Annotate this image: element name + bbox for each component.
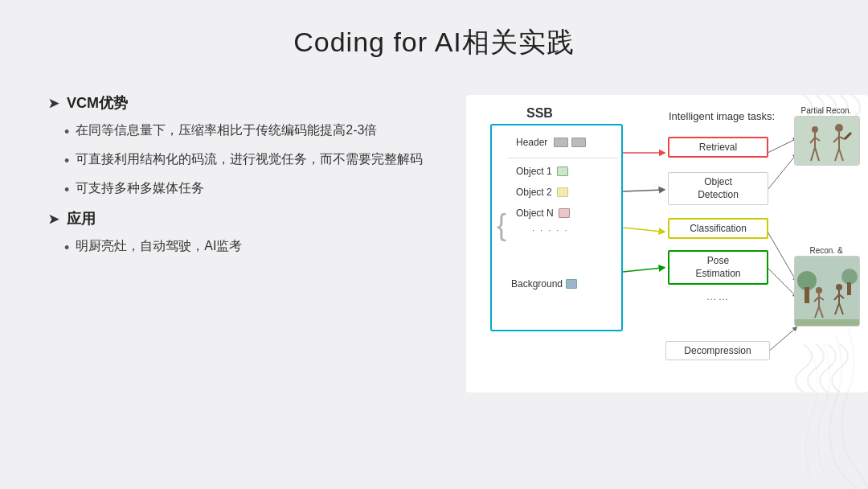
bullet-dot: • — [64, 121, 69, 143]
recon-sport-svg — [795, 257, 860, 327]
list-item: • 明厨亮灶，自动驾驶，AI监考 — [64, 236, 450, 259]
task-classification: Classification — [668, 218, 768, 239]
slide: Coding for AI相关实践 ➤ VCM优势 • 在同等信息量下，压缩率相… — [0, 0, 868, 489]
vcm-title: VCM优势 — [67, 93, 128, 113]
obj1-icon — [557, 166, 568, 176]
slide-title: Coding for AI相关实践 — [48, 24, 820, 61]
ssb-obj1: Object 1 — [516, 166, 568, 177]
curly-brace: { — [497, 137, 506, 314]
tasks-title-text: Intelligent image tasks: — [669, 110, 775, 122]
ssb-background: Background — [511, 278, 577, 290]
task-dots: …… — [668, 290, 768, 302]
svg-line-5 — [768, 155, 796, 190]
vcm-section-header: ➤ VCM优势 — [48, 93, 450, 113]
svg-rect-26 — [805, 287, 809, 303]
ssb-objn: Object N — [516, 208, 570, 219]
list-item: • 可支持多种多媒体任务 — [64, 179, 450, 201]
tasks-title: Intelligent image tasks: — [665, 109, 778, 124]
app-section-header: ➤ 应用 — [48, 209, 450, 228]
ssb-obj2: Object 2 — [516, 187, 568, 198]
svg-point-28 — [816, 287, 822, 294]
partial-recon-image — [794, 116, 860, 166]
svg-line-8 — [768, 328, 796, 352]
task-object-detection-label: ObjectDetection — [698, 176, 739, 200]
vcm-arrow-icon: ➤ — [48, 96, 59, 111]
task-decompression-label: Decompression — [684, 345, 751, 356]
app-bullet-list: • 明厨亮灶，自动驾驶，AI监考 — [64, 236, 450, 259]
ssb-header-label: Header — [516, 137, 547, 148]
vcm-diagram: SSB { Header Object 1 — [466, 95, 868, 392]
bullet-dot: • — [64, 179, 69, 201]
recon-image — [794, 256, 860, 327]
bullet-text: 可直接利用结构化的码流，进行视觉任务，而不需要完整解码 — [76, 150, 423, 169]
svg-line-3 — [623, 268, 662, 272]
vcm-bullet-list: • 在同等信息量下，压缩率相比于传统编码能提高2-3倍 • 可直接利用结构化的码… — [64, 121, 450, 201]
ssb-obj2-label: Object 2 — [516, 187, 552, 198]
ssb-dots: · · · · · — [532, 225, 569, 235]
svg-line-1 — [623, 190, 662, 191]
ssb-header-row: Header — [516, 137, 586, 148]
svg-line-4 — [768, 139, 796, 153]
ssb-bg-label: Background — [511, 278, 563, 290]
ssb-label: SSB — [526, 106, 553, 121]
svg-rect-9 — [795, 117, 860, 166]
obj2-icon — [557, 187, 568, 197]
bullet-text: 可支持多种多媒体任务 — [76, 179, 204, 198]
right-content: SSB { Header Object 1 — [466, 87, 868, 392]
task-classification-label: Classification — [690, 223, 747, 234]
bullet-text: 在同等信息量下，压缩率相比于传统编码能提高2-3倍 — [76, 121, 377, 140]
svg-rect-40 — [795, 319, 860, 327]
svg-point-10 — [835, 124, 843, 132]
bg-icon — [566, 279, 577, 289]
bullet-text: 明厨亮灶，自动驾驶，AI监考 — [76, 236, 242, 256]
list-item: • 可直接利用结构化的码流，进行视觉任务，而不需要完整解码 — [64, 150, 450, 172]
recon-label: Recon. & — [792, 246, 860, 255]
bullet-dot: • — [64, 150, 69, 172]
bullet-dot: • — [64, 237, 69, 259]
objn-icon — [559, 208, 570, 218]
list-item: • 在同等信息量下，压缩率相比于传统编码能提高2-3倍 — [64, 121, 450, 143]
header-icon2 — [571, 138, 586, 147]
ssb-obj1-label: Object 1 — [516, 166, 552, 177]
left-content: ➤ VCM优势 • 在同等信息量下，压缩率相比于传统编码能提高2-3倍 • 可直… — [48, 87, 466, 392]
svg-line-7 — [768, 268, 796, 296]
task-decompression: Decompression — [665, 341, 770, 360]
svg-point-34 — [836, 284, 842, 290]
ssb-divider1 — [508, 158, 618, 158]
task-pose-label: PoseEstimation — [695, 255, 740, 279]
svg-line-2 — [623, 228, 662, 232]
app-arrow-icon: ➤ — [48, 212, 59, 227]
task-object-detection: ObjectDetection — [668, 172, 768, 205]
task-retrieval: Retrieval — [668, 137, 768, 158]
partial-recon-label: Partial Recon. — [792, 106, 860, 115]
ssb-box: { Header Object 1 Obje — [490, 124, 623, 331]
svg-point-17 — [812, 126, 818, 133]
header-icon1 — [554, 138, 568, 147]
svg-rect-27 — [847, 282, 851, 295]
sport-figure-svg — [795, 117, 860, 166]
task-pose-estimation: PoseEstimation — [668, 250, 768, 285]
content-area: ➤ VCM优势 • 在同等信息量下，压缩率相比于传统编码能提高2-3倍 • 可直… — [48, 87, 820, 392]
svg-line-6 — [768, 232, 796, 280]
ssb-objn-label: Object N — [516, 208, 554, 219]
task-retrieval-label: Retrieval — [699, 142, 737, 153]
app-title: 应用 — [67, 209, 96, 228]
